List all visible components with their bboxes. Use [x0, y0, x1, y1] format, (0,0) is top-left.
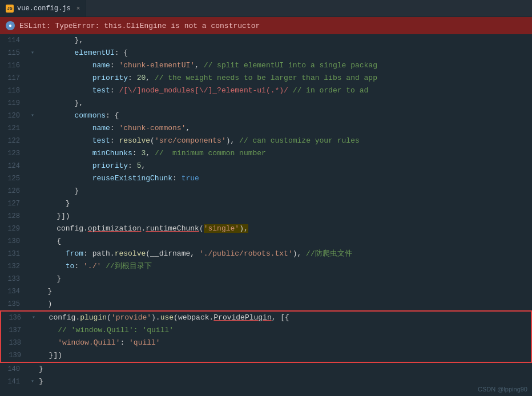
- code-line: 139 }]): [1, 349, 531, 362]
- code-content: reuseExistingChunk: true: [37, 172, 532, 185]
- line-number: 131: [0, 248, 29, 260]
- code-line: 128 }]): [0, 210, 532, 223]
- highlighted-code-block: 136▾ config.plugin('provide').use(webpac…: [0, 310, 532, 363]
- code-line: 138 'window.Quill': 'quill': [1, 337, 531, 349]
- code-editor: 114 },115▾ elementUI: {116 name: 'chunk-…: [0, 34, 532, 396]
- code-content: }: [37, 185, 532, 197]
- line-number: 128: [0, 210, 29, 223]
- code-content: ): [37, 298, 532, 310]
- line-number: 130: [0, 235, 29, 248]
- code-line: 123 minChunks: 3, // minimum common numb…: [0, 147, 532, 160]
- code-line: 135 ): [0, 298, 532, 310]
- line-number: 123: [0, 147, 29, 160]
- line-number: 118: [0, 84, 29, 97]
- code-content: name: 'chunk-elementUI', // split elemen…: [37, 59, 532, 72]
- file-tab[interactable]: JS vue.config.js ×: [0, 0, 86, 17]
- code-line: 126 }: [0, 185, 532, 197]
- code-content: name: 'chunk-commons',: [37, 122, 532, 135]
- tab-close-button[interactable]: ×: [76, 5, 80, 12]
- code-line: 120▾ commons: {: [0, 110, 532, 122]
- line-number: 135: [0, 298, 29, 310]
- code-content: test: /[\/]node_modules[\/]_?element-ui(…: [37, 84, 532, 97]
- code-content: },: [37, 97, 532, 110]
- line-number: 129: [0, 223, 29, 235]
- line-number: 140: [0, 363, 29, 375]
- line-number: 138: [1, 337, 30, 349]
- code-line: 118 test: /[\/]node_modules[\/]_?element…: [0, 84, 532, 97]
- code-content: }]): [38, 349, 531, 362]
- tab-filename: vue.config.js: [17, 5, 71, 13]
- code-content: }]): [37, 210, 532, 223]
- code-line: 137 // 'window.Quill': 'quill': [1, 324, 531, 337]
- code-content: }: [37, 197, 532, 210]
- line-number: 122: [0, 135, 29, 147]
- code-content: config.optimization.runtimeChunk('single…: [37, 223, 532, 235]
- line-number: 117: [0, 72, 29, 84]
- code-content: from: path.resolve(__dirname, './public/…: [37, 248, 532, 260]
- code-line: 130 {: [0, 235, 532, 248]
- error-message: ESLint: TypeError: this.CliEngine is not…: [19, 22, 260, 30]
- code-content: minChunks: 3, // minimum common number: [37, 147, 532, 160]
- line-number: 115: [0, 47, 29, 59]
- code-content: to: './' //到根目录下: [37, 260, 532, 273]
- code-line: 117 priority: 20, // the weight needs to…: [0, 72, 532, 84]
- line-number: 126: [0, 185, 29, 197]
- code-line: 131 from: path.resolve(__dirname, './pub…: [0, 248, 532, 260]
- code-line: 133 }: [0, 273, 532, 285]
- error-bar: ● ESLint: TypeError: this.CliEngine is n…: [0, 17, 532, 34]
- line-number: 124: [0, 160, 29, 172]
- code-content: commons: {: [37, 110, 532, 122]
- code-line: 125 reuseExistingChunk: true: [0, 172, 532, 185]
- line-number: 141: [0, 375, 29, 388]
- code-line: 134 }: [0, 285, 532, 298]
- code-content: priority: 5,: [37, 160, 532, 172]
- line-number: 139: [1, 349, 30, 362]
- code-content: }: [37, 285, 532, 298]
- line-number: 136: [1, 312, 30, 324]
- line-number: 132: [0, 260, 29, 273]
- code-content: }: [37, 375, 532, 388]
- code-content: elementUI: {: [37, 47, 532, 59]
- fold-icon[interactable]: ▾: [30, 312, 38, 324]
- line-number: 125: [0, 172, 29, 185]
- eslint-icon: ●: [6, 21, 15, 30]
- code-content: config.plugin('provide').use(webpack.Pro…: [38, 312, 531, 324]
- code-content: 'window.Quill': 'quill': [38, 337, 531, 349]
- code-content: }: [37, 363, 532, 375]
- code-line: 121 name: 'chunk-commons',: [0, 122, 532, 135]
- fold-icon[interactable]: ▾: [29, 375, 37, 388]
- line-number: 116: [0, 59, 29, 72]
- code-line: 136▾ config.plugin('provide').use(webpac…: [1, 312, 531, 324]
- tab-bar: JS vue.config.js ×: [0, 0, 532, 17]
- line-number: 119: [0, 97, 29, 110]
- fold-icon[interactable]: ▾: [29, 47, 37, 59]
- code-content: // 'window.Quill': 'quill': [38, 324, 531, 337]
- code-line: 119 },: [0, 97, 532, 110]
- code-line: 132 to: './' //到根目录下: [0, 260, 532, 273]
- code-content: priority: 20, // the weight needs to be …: [37, 72, 532, 84]
- code-content: }: [37, 273, 532, 285]
- fold-icon[interactable]: ▾: [29, 110, 37, 122]
- line-number: 133: [0, 273, 29, 285]
- code-line: 115▾ elementUI: {: [0, 47, 532, 59]
- line-number: 134: [0, 285, 29, 298]
- code-line: 122 test: resolve('src/components'), // …: [0, 135, 532, 147]
- code-line: 116 name: 'chunk-elementUI', // split el…: [0, 59, 532, 72]
- code-line: 140}: [0, 363, 532, 375]
- code-line: 127 }: [0, 197, 532, 210]
- code-content: {: [37, 235, 532, 248]
- code-content: test: resolve('src/components'), // can …: [37, 135, 532, 147]
- watermark: CSDN @lpping90: [478, 386, 527, 393]
- line-number: 137: [1, 324, 30, 337]
- code-line: 124 priority: 5,: [0, 160, 532, 172]
- file-icon: JS: [6, 5, 14, 13]
- line-number: 114: [0, 34, 29, 47]
- code-line: 141▾}: [0, 375, 532, 388]
- code-content: },: [37, 34, 532, 47]
- line-number: 121: [0, 122, 29, 135]
- code-line: 114 },: [0, 34, 532, 47]
- line-number: 127: [0, 197, 29, 210]
- line-number: 120: [0, 110, 29, 122]
- code-line: 129 config.optimization.runtimeChunk('si…: [0, 223, 532, 235]
